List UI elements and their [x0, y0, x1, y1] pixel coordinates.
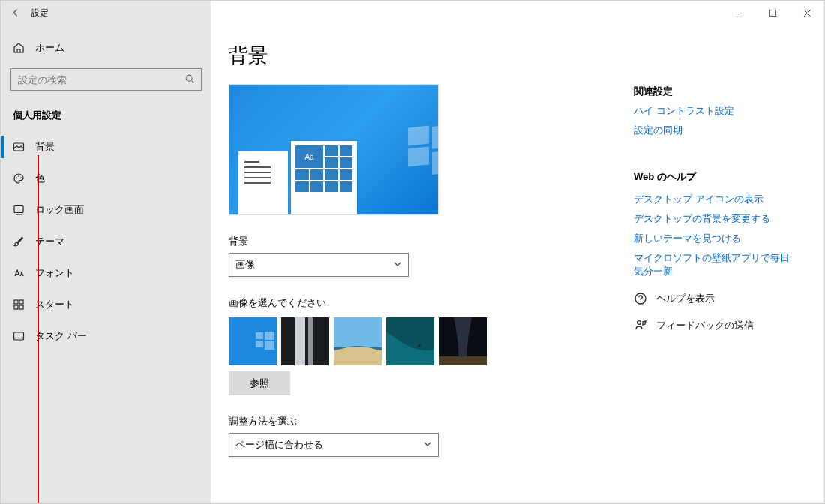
image-thumbnail[interactable] [439, 317, 487, 365]
svg-rect-14 [265, 332, 274, 340]
home-icon [13, 42, 25, 54]
svg-rect-21 [334, 347, 382, 365]
svg-rect-20 [334, 317, 382, 347]
background-type-select[interactable]: 画像 [229, 253, 409, 277]
close-button[interactable] [790, 1, 824, 25]
sidebar-item-label: ロック画面 [35, 203, 84, 217]
browse-button[interactable]: 参照 [229, 371, 290, 395]
svg-point-3 [16, 177, 17, 178]
svg-rect-11 [14, 332, 24, 340]
svg-point-5 [20, 177, 22, 178]
window-title: 設定 [31, 7, 49, 20]
main-content: 背景 [211, 25, 824, 503]
svg-point-27 [640, 301, 640, 302]
image-thumbnail[interactable] [334, 317, 382, 365]
svg-point-28 [638, 321, 641, 325]
svg-rect-0 [770, 10, 776, 16]
sidebar: ホーム 個人用設定 背景 [1, 25, 211, 503]
sidebar-item-taskbar[interactable]: タスク バー [1, 320, 211, 352]
sidebar-section-header: 個人用設定 [1, 106, 211, 131]
browse-label: 参照 [250, 376, 269, 390]
start-icon [13, 298, 25, 310]
background-preview: Aa [229, 84, 439, 215]
svg-rect-25 [439, 356, 487, 365]
svg-rect-18 [295, 317, 305, 365]
sidebar-item-colors[interactable]: 色 [1, 163, 211, 194]
sidebar-item-label: スタート [35, 298, 74, 311]
search-input[interactable] [16, 74, 184, 86]
svg-rect-16 [265, 341, 274, 350]
svg-rect-8 [20, 300, 23, 304]
svg-rect-13 [256, 332, 263, 339]
feedback-icon [634, 319, 647, 332]
background-type-label: 背景 [229, 235, 634, 248]
title-bar: 設定 [1, 1, 824, 25]
related-link[interactable]: ハイ コントラスト設定 [634, 104, 794, 118]
maximize-button[interactable] [755, 1, 790, 25]
page-title: 背景 [229, 43, 634, 69]
image-thumbnail[interactable] [386, 317, 434, 365]
feedback-action[interactable]: フィードバックの送信 [634, 319, 794, 332]
sidebar-item-label: 背景 [35, 140, 55, 154]
svg-rect-7 [14, 300, 18, 304]
svg-rect-15 [256, 340, 263, 347]
image-thumbnails [229, 317, 634, 365]
lock-screen-icon [13, 204, 25, 216]
web-help-link[interactable]: 新しいテーマを見つける [634, 232, 794, 245]
web-help-link[interactable]: デスクトップ アイコンの表示 [634, 193, 794, 206]
search-icon [184, 74, 195, 86]
sidebar-item-start[interactable]: スタート [1, 289, 211, 320]
select-value: 画像 [236, 258, 255, 272]
brush-icon [13, 236, 25, 248]
get-help-label: ヘルプを表示 [656, 292, 715, 305]
related-link[interactable]: 設定の同期 [634, 124, 794, 137]
sidebar-item-label: タスク バー [35, 329, 87, 343]
svg-rect-9 [14, 305, 18, 309]
svg-point-23 [418, 344, 421, 347]
web-help-link[interactable]: デスクトップの背景を変更する [634, 212, 794, 226]
fit-label: 調整方法を選ぶ [229, 415, 634, 428]
select-value: ページ幅に合わせる [236, 438, 323, 452]
image-thumbnail[interactable] [281, 317, 329, 365]
help-icon [634, 292, 647, 305]
web-help-link[interactable]: マイクロソフトの壁紙アプリで毎日気分一新 [634, 251, 794, 278]
back-button[interactable] [1, 1, 31, 25]
svg-rect-19 [308, 317, 313, 365]
sidebar-item-label: 色 [35, 172, 45, 185]
sidebar-item-fonts[interactable]: フォント [1, 257, 211, 289]
font-icon [13, 267, 25, 279]
image-icon [13, 141, 25, 153]
preview-accent-tile: Aa [296, 146, 323, 168]
svg-rect-10 [20, 305, 23, 309]
sidebar-item-label: フォント [35, 266, 74, 280]
minimize-button[interactable] [721, 1, 755, 25]
right-pane: 関連設定 ハイ コントラスト設定 設定の同期 Web のヘルプ デスクトップ ア… [634, 40, 794, 488]
svg-point-4 [18, 176, 20, 177]
svg-point-1 [186, 75, 192, 81]
taskbar-icon [13, 330, 25, 342]
sidebar-item-lockscreen[interactable]: ロック画面 [1, 194, 211, 226]
fit-select[interactable]: ページ幅に合わせる [229, 433, 439, 457]
related-settings-header: 関連設定 [634, 85, 794, 98]
feedback-label: フィードバックの送信 [656, 319, 754, 332]
web-help-header: Web のヘルプ [634, 170, 794, 184]
svg-rect-6 [14, 206, 23, 213]
sidebar-item-themes[interactable]: テーマ [1, 226, 211, 257]
search-box[interactable] [10, 68, 202, 91]
get-help-action[interactable]: ヘルプを表示 [634, 292, 794, 305]
sidebar-home[interactable]: ホーム [1, 35, 211, 61]
image-thumbnail[interactable] [229, 317, 277, 365]
sidebar-item-background[interactable]: 背景 [1, 131, 211, 163]
sidebar-item-label: テーマ [35, 235, 64, 248]
choose-image-label: 画像を選んでください [229, 296, 634, 310]
chevron-down-icon [393, 260, 402, 271]
sidebar-home-label: ホーム [35, 41, 64, 55]
palette-icon [13, 172, 25, 184]
chevron-down-icon [423, 440, 432, 451]
